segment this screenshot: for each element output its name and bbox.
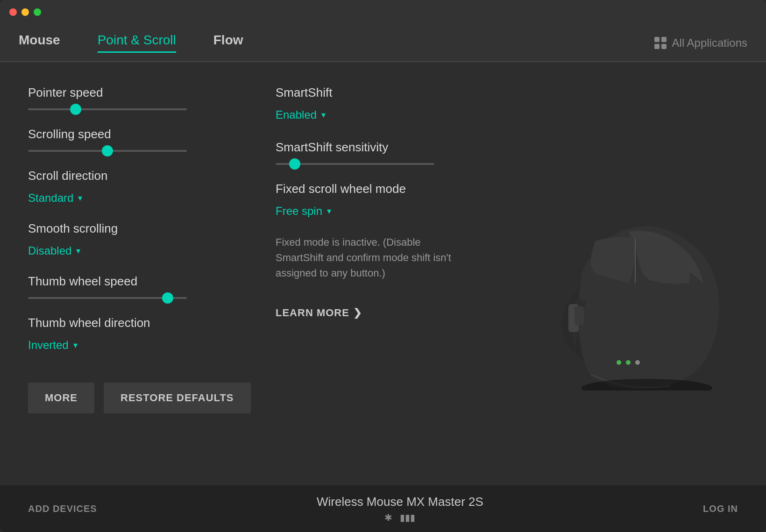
- info-text: Fixed mode is inactive. (Disable SmartSh…: [276, 234, 453, 281]
- titlebar: [0, 0, 766, 24]
- smartshift-group: SmartShift Enabled ▾: [276, 85, 504, 121]
- learn-more-link[interactable]: LEARN MORE ❯: [276, 307, 504, 319]
- thumb-wheel-direction-label: Thumb wheel direction: [28, 316, 266, 330]
- scrolling-speed-thumb[interactable]: [102, 145, 113, 156]
- scroll-direction-group: Scroll direction Standard ▾: [28, 169, 266, 205]
- battery-icon: ▮▮▮: [400, 512, 415, 523]
- scroll-direction-dropdown[interactable]: Standard ▾: [28, 192, 266, 205]
- fixed-scroll-wheel-group: Fixed scroll wheel mode Free spin ▾: [276, 182, 504, 218]
- learn-more-label: LEARN MORE: [276, 307, 349, 319]
- restore-defaults-button[interactable]: RESTORE DEFAULTS: [104, 383, 251, 413]
- smooth-scrolling-label: Smooth scrolling: [28, 221, 266, 236]
- thumb-wheel-speed-group: Thumb wheel speed: [28, 274, 266, 299]
- info-text-group: Fixed mode is inactive. (Disable SmartSh…: [276, 234, 504, 281]
- pointer-speed-label: Pointer speed: [28, 85, 266, 100]
- thumb-wheel-speed-slider[interactable]: [28, 297, 187, 299]
- close-button[interactable]: [9, 8, 17, 16]
- svg-point-12: [626, 360, 631, 365]
- grid-icon: [654, 37, 667, 49]
- add-devices-button[interactable]: ADD DEVICES: [28, 504, 97, 514]
- thumb-wheel-direction-dropdown[interactable]: Inverted ▾: [28, 339, 266, 352]
- tab-flow[interactable]: Flow: [213, 33, 243, 53]
- tabbar: Mouse Point & Scroll Flow All Applicatio…: [0, 24, 766, 62]
- fixed-scroll-wheel-value: Free spin: [276, 205, 322, 218]
- device-icons: ✱ ▮▮▮: [384, 512, 415, 523]
- thumb-wheel-direction-value: Inverted: [28, 339, 69, 352]
- fixed-scroll-wheel-label: Fixed scroll wheel mode: [276, 182, 504, 196]
- smartshift-dropdown[interactable]: Enabled ▾: [276, 108, 504, 121]
- smooth-scrolling-chevron: ▾: [76, 246, 80, 256]
- svg-rect-14: [574, 306, 584, 325]
- tab-point-scroll[interactable]: Point & Scroll: [98, 33, 176, 53]
- all-applications-button[interactable]: All Applications: [654, 36, 747, 50]
- smartshift-label: SmartShift: [276, 85, 504, 100]
- tab-divider: [0, 62, 766, 62]
- smooth-scrolling-value: Disabled: [28, 244, 71, 257]
- svg-point-11: [617, 360, 621, 365]
- tab-mouse[interactable]: Mouse: [19, 33, 60, 53]
- scroll-direction-label: Scroll direction: [28, 169, 266, 183]
- thumb-wheel-direction-group: Thumb wheel direction Inverted ▾: [28, 316, 266, 352]
- scrolling-speed-group: Scrolling speed: [28, 127, 266, 152]
- fixed-scroll-wheel-chevron: ▾: [327, 206, 331, 216]
- action-buttons: MORE RESTORE DEFAULTS: [28, 383, 266, 418]
- traffic-lights: [9, 8, 41, 16]
- fixed-scroll-wheel-dropdown[interactable]: Free spin ▾: [276, 205, 504, 218]
- scroll-direction-chevron: ▾: [78, 193, 82, 203]
- smooth-scrolling-group: Smooth scrolling Disabled ▾: [28, 221, 266, 257]
- thumb-wheel-direction-chevron: ▾: [73, 340, 78, 350]
- smooth-scrolling-dropdown[interactable]: Disabled ▾: [28, 244, 266, 257]
- maximize-button[interactable]: [34, 8, 41, 16]
- device-name: Wireless Mouse MX Master 2S: [317, 495, 483, 509]
- smartshift-sensitivity-label: SmartShift sensitivity: [276, 140, 504, 155]
- smartshift-sensitivity-slider[interactable]: [276, 163, 434, 165]
- middle-column: SmartShift Enabled ▾ SmartShift sensitiv…: [266, 85, 504, 471]
- smartshift-value: Enabled: [276, 108, 317, 121]
- smartshift-sensitivity-group: SmartShift sensitivity: [276, 140, 504, 165]
- footer: ADD DEVICES Wireless Mouse MX Master 2S …: [0, 485, 766, 532]
- pointer-speed-slider[interactable]: [28, 108, 187, 110]
- learn-more-chevron-icon: ❯: [353, 307, 362, 319]
- thumb-wheel-speed-thumb[interactable]: [162, 292, 173, 304]
- scrolling-speed-label: Scrolling speed: [28, 127, 266, 142]
- scroll-direction-value: Standard: [28, 192, 73, 205]
- pointer-speed-group: Pointer speed: [28, 85, 266, 110]
- settings-grid: Pointer speed Scrolling speed Scroll dir…: [28, 85, 743, 471]
- bluetooth-icon: ✱: [384, 512, 392, 523]
- log-in-button[interactable]: LOG IN: [703, 504, 738, 514]
- left-column: Pointer speed Scrolling speed Scroll dir…: [28, 85, 266, 471]
- footer-center: Wireless Mouse MX Master 2S ✱ ▮▮▮: [97, 495, 703, 523]
- right-column: [504, 85, 743, 471]
- main-content: Pointer speed Scrolling speed Scroll dir…: [0, 67, 766, 485]
- thumb-wheel-speed-label: Thumb wheel speed: [28, 274, 266, 289]
- minimize-button[interactable]: [21, 8, 29, 16]
- smartshift-chevron: ▾: [321, 110, 326, 120]
- pointer-speed-thumb[interactable]: [70, 104, 81, 115]
- svg-point-13: [635, 360, 640, 365]
- more-button[interactable]: MORE: [28, 383, 94, 413]
- app-window: Mouse Point & Scroll Flow All Applicatio…: [0, 0, 766, 532]
- scrolling-speed-slider[interactable]: [28, 150, 187, 152]
- mouse-image: [535, 180, 712, 376]
- smartshift-sensitivity-thumb[interactable]: [289, 158, 300, 170]
